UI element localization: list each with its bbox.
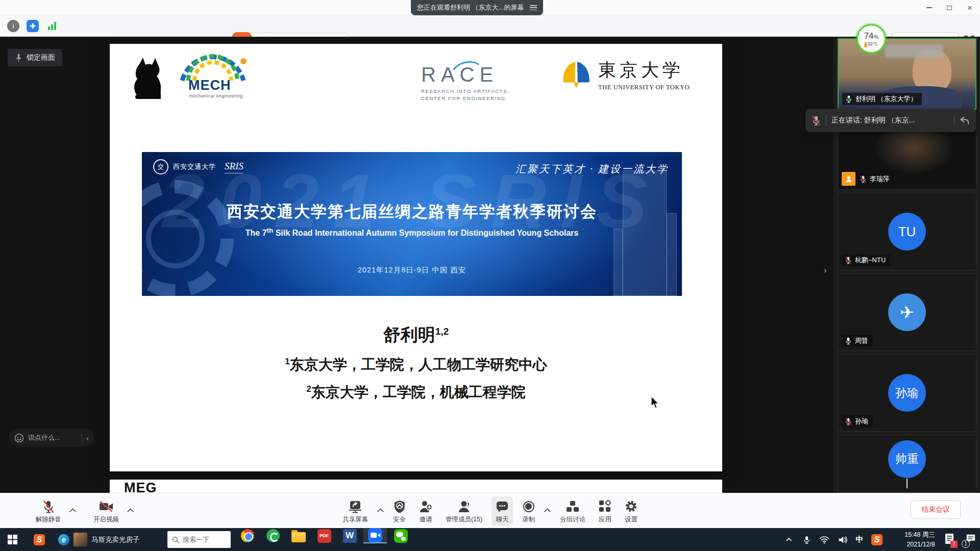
taskbar-clock[interactable]: 15:48 周三 2021/12/8 [887, 528, 936, 551]
close-button[interactable]: ✕ [960, 0, 980, 15]
mic-muted-icon [812, 115, 821, 126]
banner-menu-icon[interactable] [530, 5, 537, 10]
pushpin-icon [15, 54, 22, 62]
meeting-info-icon[interactable]: i [7, 20, 19, 32]
breakout-rooms-button[interactable]: 分组讨论 [556, 496, 590, 526]
record-icon [523, 499, 534, 513]
scroll-more-chevron[interactable] [906, 479, 908, 488]
next-page-peek: MEG [110, 480, 722, 493]
chat-placeholder[interactable]: 说点什么... [28, 433, 78, 442]
edge-browser-icon: e [58, 534, 69, 545]
share-screen-button[interactable]: 共享屏幕 [338, 496, 372, 526]
members-icon [457, 499, 471, 513]
sogou-taskbar-icon[interactable]: S [28, 528, 51, 551]
search-placeholder[interactable]: 搜索一下 [183, 535, 209, 544]
pdf-reader-icon[interactable]: PDF [312, 528, 336, 543]
chat-button[interactable]: 聊天 [492, 496, 513, 526]
meeting-app-icon[interactable] [363, 528, 387, 543]
green-browser-icon[interactable] [261, 528, 285, 543]
author-name: 舒利明1,2 [110, 323, 722, 347]
banner-slogan: 汇聚天下英才 · 建设一流大学 [516, 162, 669, 176]
taskbar-search-box[interactable]: 搜索一下 [167, 531, 231, 548]
start-button[interactable] [0, 528, 24, 551]
apps-grid-icon [599, 499, 611, 513]
action-center-icon[interactable]: 1 [962, 528, 980, 551]
race-title: RACE [421, 64, 538, 85]
audio-options-chevron[interactable] [69, 508, 76, 515]
tray-wifi-icon[interactable] [816, 528, 833, 551]
tray-overflow-chevron[interactable] [782, 528, 797, 551]
battery-overlay: 74% 52°C [856, 24, 886, 54]
lock-view-button[interactable]: 锁定画面 [8, 49, 62, 66]
race-logo: RACE RESEARCH INTO ARTIFACTS, CENTER FOR… [421, 64, 538, 103]
apps-button[interactable]: 应用 [595, 496, 616, 526]
breakout-blocks-icon [566, 499, 579, 513]
maximize-button[interactable] [939, 0, 960, 15]
window-title-bar: 您正在观看舒利明 （东京大...的屏幕 ✕ [0, 0, 980, 15]
video-tile[interactable]: ✈ 周晋 [838, 273, 976, 351]
video-tile-partial[interactable]: 帅重 [838, 435, 976, 492]
unmute-button[interactable]: 解除静音 [32, 496, 65, 526]
invite-person-icon [419, 499, 432, 513]
manage-members-button[interactable]: 管理成员(15) [442, 496, 486, 526]
quick-chat-input[interactable]: 说点什么... ‹ [9, 429, 94, 447]
video-tile-speaker[interactable]: 舒利明 （东京大学） [838, 38, 976, 110]
security-button[interactable]: 安全 [389, 496, 410, 526]
video-tile[interactable]: 孙瑜 孙瑜 [838, 354, 976, 432]
minimize-button[interactable] [919, 0, 939, 15]
tray-sogou-icon[interactable]: S [868, 528, 886, 551]
tray-input-indicator[interactable]: 中 [851, 528, 868, 551]
mic-on-icon [845, 95, 852, 103]
xjtu-logo-block: 交 西安交通大学 SRIS [153, 159, 243, 174]
tray-document-icon[interactable]: 7 [940, 528, 959, 551]
symposium-title-cn: 西安交通大学第七届丝绸之路青年学者秋季研讨会 [142, 201, 682, 222]
hand-raised-avatar-icon [842, 172, 855, 186]
race-subtitle-line2: CENTER FOR ENGINEERING [421, 95, 538, 102]
participant-name: 周晋 [855, 336, 868, 345]
participant-video-strip: › 舒利明 （东京大学） 正在讲话: 舒利明 （东京... [834, 37, 980, 493]
news-headline[interactable]: 马斯克卖光房子 [91, 535, 140, 544]
race-swoosh-icon [453, 60, 479, 70]
avatar-plane-icon: ✈ [888, 293, 926, 331]
record-button[interactable]: 录制 [518, 496, 539, 526]
health-shield-icon[interactable]: ✚ [27, 20, 39, 32]
word-icon[interactable]: W [338, 528, 361, 543]
start-video-button[interactable]: 开启视频 [89, 496, 123, 526]
affiliation-1: 1东京大学，工学院，人工物工学研究中心 [110, 355, 722, 374]
wechat-icon[interactable] [389, 528, 412, 543]
speaking-toast: 正在讲话: 舒利明 （东京... [805, 109, 976, 132]
tray-volume-icon[interactable] [834, 528, 851, 551]
chrome-icon[interactable] [236, 528, 259, 543]
settings-button[interactable]: 设置 [621, 496, 642, 526]
chat-collapse-icon[interactable]: ‹ [86, 434, 89, 442]
network-signal-icon[interactable] [48, 22, 56, 30]
share-options-chevron[interactable] [377, 508, 384, 515]
video-options-chevron[interactable] [127, 508, 134, 515]
xjtu-name: 西安交通大学 [173, 162, 216, 171]
meeting-bottom-toolbar: 解除静音 开启视频 共享屏幕 安 [0, 493, 980, 528]
mic-muted-icon [845, 256, 852, 264]
news-thumbnail [74, 533, 87, 546]
search-icon [172, 536, 179, 543]
notification-badge: 1 [962, 540, 970, 548]
sidebar-collapse-icon[interactable]: › [824, 265, 827, 276]
end-meeting-button[interactable]: 结束会议 [911, 500, 961, 519]
record-options-chevron[interactable] [544, 508, 551, 515]
emoji-icon[interactable] [14, 433, 24, 443]
xjtu-emblem-icon: 交 [153, 159, 168, 174]
invite-button[interactable]: 邀请 [415, 496, 436, 526]
taskbar-news-widget[interactable]: e 马斯克卖光房子 [55, 528, 143, 551]
clock-time: 15:48 周三 [904, 530, 935, 539]
video-tile[interactable]: TU 杭鹏~NTU [838, 193, 976, 270]
tray-mic-icon[interactable] [798, 528, 815, 551]
avatar-initials: 孙瑜 [888, 374, 926, 412]
divider [954, 115, 954, 126]
file-explorer-icon[interactable] [287, 528, 310, 543]
mouse-cursor [650, 396, 660, 409]
divider [826, 115, 826, 126]
divider [82, 434, 82, 442]
clock-date: 2021/12/8 [906, 540, 935, 549]
symposium-banner: 2021 SRIS 交 西安交通大学 SRIS 汇聚天下英才 · 建设一流大学 … [142, 152, 682, 296]
meeting-top-toolbar: i ✚ S 中 ’, 02:02:1 74% 52°C [0, 15, 980, 37]
reply-arrow-icon[interactable] [960, 116, 970, 125]
